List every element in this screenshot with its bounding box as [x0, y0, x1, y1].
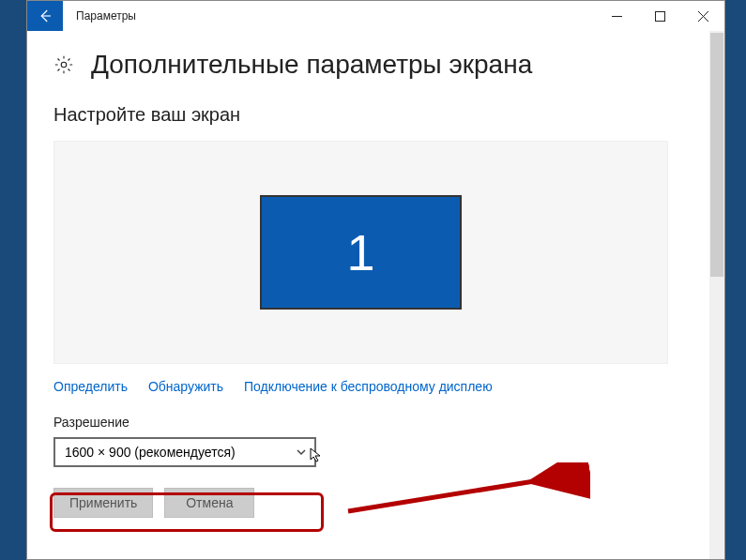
identify-link[interactable]: Определить	[53, 379, 128, 394]
monitor-number: 1	[346, 223, 374, 281]
resolution-select[interactable]: 1600 × 900 (рекомендуется)	[53, 437, 316, 467]
page-header: Дополнительные параметры экрана	[53, 50, 698, 80]
close-icon	[698, 11, 708, 22]
back-button[interactable]	[27, 1, 63, 31]
wireless-display-link[interactable]: Подключение к беспроводному дисплею	[244, 379, 493, 394]
window-controls	[595, 1, 724, 31]
scrollbar-thumb[interactable]	[710, 33, 723, 277]
cancel-button[interactable]: Отмена	[164, 488, 254, 518]
minimize-icon	[612, 11, 622, 22]
content-area: Дополнительные параметры экрана Настройт…	[27, 31, 724, 559]
svg-point-1	[61, 62, 67, 68]
maximize-icon	[655, 11, 665, 22]
svg-rect-0	[655, 11, 664, 21]
titlebar: Параметры	[27, 1, 724, 31]
settings-window: Параметры Дополнительные параметры эк	[26, 0, 725, 560]
chevron-down-icon	[296, 446, 307, 458]
window-title: Параметры	[76, 9, 136, 23]
gear-icon	[53, 54, 74, 75]
cursor-icon	[309, 446, 326, 463]
button-row: Применить Отмена	[53, 488, 698, 518]
detect-link[interactable]: Обнаружить	[148, 379, 223, 394]
page-title: Дополнительные параметры экрана	[91, 50, 532, 80]
resolution-label: Разрешение	[53, 415, 698, 430]
minimize-button[interactable]	[595, 1, 638, 31]
cancel-button-label: Отмена	[186, 495, 233, 510]
section-heading: Настройте ваш экран	[53, 104, 698, 126]
monitor-tile-1[interactable]: 1	[260, 195, 462, 310]
arrow-left-icon	[37, 8, 53, 24]
apply-button-label: Применить	[69, 495, 137, 510]
maximize-button[interactable]	[638, 1, 681, 31]
apply-button[interactable]: Применить	[53, 488, 153, 518]
scrollbar[interactable]	[709, 31, 724, 559]
close-button[interactable]	[681, 1, 724, 31]
display-links: Определить Обнаружить Подключение к бесп…	[53, 379, 698, 394]
display-preview-area[interactable]: 1	[53, 141, 668, 364]
resolution-selected-value: 1600 × 900 (рекомендуется)	[65, 445, 236, 460]
